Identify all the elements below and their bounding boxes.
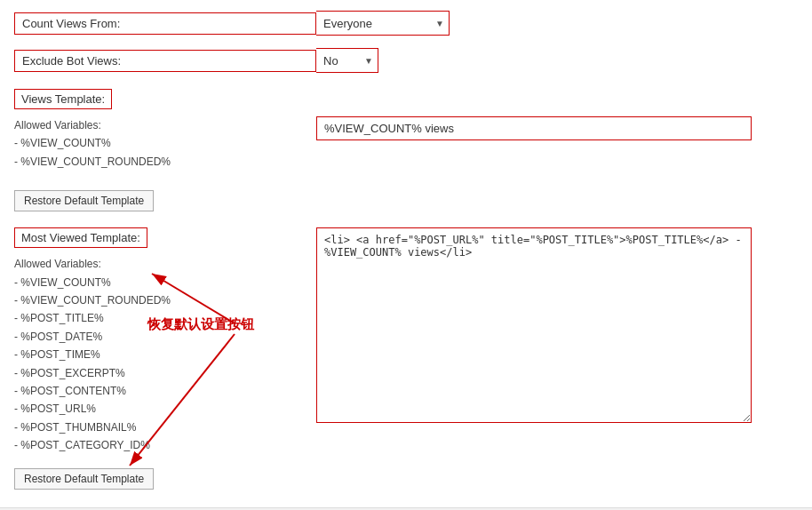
most-viewed-left: Most Viewed Template: Allowed Variables:…	[14, 227, 316, 490]
views-template-var-2: - %VIEW_COUNT_ROUNDED%	[14, 155, 171, 168]
most-viewed-var-10: - %POST_CATEGORY_ID%	[14, 439, 150, 451]
most-viewed-section-container: Most Viewed Template: Allowed Variables:…	[14, 227, 798, 490]
views-template-restore-button[interactable]: Restore Default Template	[14, 190, 154, 211]
most-viewed-restore-button[interactable]: Restore Default Template	[14, 468, 154, 490]
views-template-section: Views Template: Allowed Variables: - %VI…	[14, 89, 798, 211]
most-viewed-var-2: - %VIEW_COUNT_ROUNDED%	[14, 294, 171, 307]
views-template-left: Allowed Variables: - %VIEW_COUNT% - %VIE…	[14, 116, 316, 179]
most-viewed-var-5: - %POST_TIME%	[14, 348, 100, 361]
exclude-bot-views-row: Exclude Bot Views: No Yes ▼	[14, 48, 798, 73]
exclude-bot-select-wrapper: No Yes ▼	[316, 48, 378, 73]
most-viewed-var-4: - %POST_DATE%	[14, 331, 102, 343]
most-viewed-right: <li> <a href="%POST_URL%" title="%POST_T…	[316, 227, 798, 490]
most-viewed-section: Most Viewed Template: Allowed Variables:…	[14, 227, 798, 490]
views-template-allowed-vars: Allowed Variables: - %VIEW_COUNT% - %VIE…	[14, 116, 316, 171]
count-views-row: Count Views From: Everyone Logged-in Use…	[14, 11, 798, 36]
views-template-restore-wrapper: Restore Default Template	[14, 185, 798, 211]
views-template-row: Allowed Variables: - %VIEW_COUNT% - %VIE…	[14, 116, 798, 179]
most-viewed-var-6: - %POST_EXCERPT%	[14, 367, 125, 379]
views-template-input[interactable]	[316, 116, 752, 140]
views-template-right	[316, 116, 798, 140]
count-views-select-wrapper: Everyone Logged-in Users Guests ▼	[316, 11, 450, 36]
count-views-select[interactable]: Everyone Logged-in Users Guests	[316, 11, 450, 36]
most-viewed-textarea[interactable]: <li> <a href="%POST_URL%" title="%POST_T…	[316, 227, 752, 423]
count-views-label: Count Views From:	[14, 12, 316, 35]
most-viewed-var-8: - %POST_URL%	[14, 402, 96, 415]
most-viewed-var-9: - %POST_THUMBNAIL%	[14, 421, 136, 434]
most-viewed-vars-title: Allowed Variables:	[14, 258, 101, 270]
most-viewed-allowed-vars: Allowed Variables: - %VIEW_COUNT% - %VIE…	[14, 255, 316, 454]
views-template-label: Views Template:	[14, 89, 112, 109]
exclude-bot-select[interactable]: No Yes	[316, 48, 378, 73]
most-viewed-template-label: Most Viewed Template:	[14, 227, 147, 248]
most-viewed-var-7: - %POST_CONTENT%	[14, 385, 126, 397]
most-viewed-var-3: - %POST_TITLE%	[14, 312, 104, 324]
exclude-bot-label: Exclude Bot Views:	[14, 50, 316, 72]
annotation-text: 恢复默认设置按钮	[147, 316, 254, 333]
views-template-vars-title: Allowed Variables:	[14, 119, 101, 131]
views-template-var-1: - %VIEW_COUNT%	[14, 137, 111, 149]
most-viewed-var-1: - %VIEW_COUNT%	[14, 276, 111, 289]
